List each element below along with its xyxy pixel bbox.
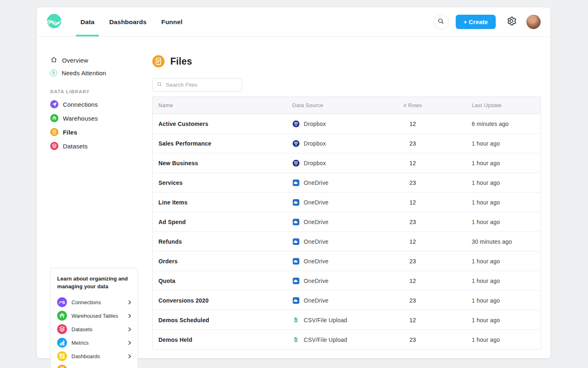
data-source-cell: Dropbox (292, 140, 385, 147)
last-update: 1 hour ago (440, 330, 541, 350)
data-source-cell: OneDrive (292, 238, 385, 245)
file-name: Conversions 2020 (153, 291, 292, 310)
onedrive-icon (292, 199, 300, 206)
table-row[interactable]: Ad SpendOneDrive231 hour ago (153, 212, 541, 232)
user-avatar[interactable] (526, 15, 541, 29)
global-search-button[interactable] (434, 14, 449, 29)
onedrive-icon (292, 277, 300, 285)
search-icon (437, 18, 445, 27)
learn-item-dashboards[interactable]: Dashboards (57, 350, 132, 363)
column-header-data-source: Data Source (292, 97, 385, 114)
page-title: Files (170, 56, 192, 67)
sidebar-item-files[interactable]: Files (50, 125, 152, 139)
last-update: 30 minutes ago (440, 232, 541, 251)
row-count: 12 (385, 153, 440, 173)
learn-item-label: Datasets (71, 326, 92, 332)
sidebar-item-needs-attention[interactable]: 0 Needs Attention (50, 67, 152, 79)
learn-card-title: Learn about organizing and managing your… (57, 275, 132, 291)
learn-item-datasets[interactable]: Datasets (57, 323, 132, 336)
tab-label: Funnel (161, 18, 183, 26)
sidebar-item-overview[interactable]: Overview (50, 54, 152, 67)
primary-nav-tabs: Data Dashboards Funnel (73, 7, 190, 36)
file-name: Refunds (153, 232, 292, 251)
sidebar-item-datasets[interactable]: Datasets (50, 139, 152, 153)
table-row[interactable]: ServicesOneDrive231 hour ago (153, 173, 541, 193)
data-source-label: Dropbox (304, 121, 326, 127)
data-source-label: OneDrive (304, 297, 329, 304)
table-header-row: Name Data Source # Rows Last Update (153, 97, 541, 114)
file-name: Active Customers (153, 114, 292, 134)
home-icon (50, 56, 58, 65)
data-source-label: OneDrive (304, 238, 329, 245)
csv-icon (292, 317, 300, 323)
table-row[interactable]: New BusinessDropbox121 hour ago (153, 153, 541, 173)
table-row[interactable]: RefundsOneDrive1230 minutes ago (153, 232, 541, 251)
table-body: Active CustomersDropbox126 minutes agoSa… (153, 114, 541, 350)
row-count: 23 (385, 291, 440, 310)
tab-funnel[interactable]: Funnel (157, 7, 187, 36)
learn-item-connections[interactable]: Connections (57, 296, 132, 309)
files-icon (50, 128, 58, 136)
needs-attention-zero-icon: 0 (50, 70, 57, 76)
brand-logo[interactable] (47, 7, 62, 36)
row-count: 23 (385, 134, 440, 153)
data-source-cell: Dropbox (292, 120, 385, 128)
chevron-right-icon (127, 300, 132, 305)
warehouses-icon (50, 114, 58, 122)
tab-label: Data (80, 18, 94, 26)
tab-label: Dashboards (109, 18, 147, 26)
file-name: Quota (153, 271, 292, 291)
row-count: 23 (385, 173, 440, 193)
sidebar-item-label: Needs Attention (62, 70, 106, 76)
files-page-icon (152, 55, 165, 67)
table-row[interactable]: Sales PerformanceDropbox231 hour ago (153, 134, 541, 153)
onedrive-icon (292, 238, 300, 245)
data-library-section-label: DATA LIBRARY (50, 89, 152, 94)
chevron-right-icon (127, 354, 132, 359)
data-source-cell: Dropbox (292, 159, 385, 167)
table-row[interactable]: OrdersOneDrive231 hour ago (153, 251, 541, 271)
table-row[interactable]: Demos ScheduledCSV/File Upload121 hour a… (153, 310, 541, 330)
file-name: Demos Scheduled (153, 310, 292, 330)
table-row[interactable]: Line ItemsOneDrive121 hour ago (153, 193, 541, 212)
table-row[interactable]: Conversions 2020OneDrive231 hour ago (153, 291, 541, 310)
files-table: Name Data Source # Rows Last Update Acti… (152, 96, 541, 350)
learn-item-label: Dashboards (71, 353, 100, 359)
learn-item-label: Warehoused Tables (71, 313, 118, 319)
sidebar-item-warehouses[interactable]: Warehouses (50, 111, 152, 125)
onedrive-icon (292, 179, 300, 186)
row-count: 12 (385, 271, 440, 291)
table-row[interactable]: QuotaOneDrive121 hour ago (153, 271, 541, 291)
sidebar-item-label: Datasets (63, 143, 88, 150)
row-count: 12 (385, 310, 440, 330)
learn-card: Learn about organizing and managing your… (50, 268, 138, 368)
learn-item-metrics[interactable]: Metrics (57, 336, 132, 350)
last-update: 1 hour ago (440, 212, 541, 232)
create-button[interactable]: + Create (456, 15, 496, 29)
tab-dashboards[interactable]: Dashboards (105, 7, 151, 36)
datasets-icon (50, 142, 58, 150)
main-panel: Files Name Data Source # Rows (152, 37, 541, 350)
settings-button[interactable] (506, 16, 517, 28)
row-count: 23 (385, 251, 440, 271)
last-update: 1 hour ago (440, 134, 541, 153)
sidebar-item-label: Overview (62, 57, 88, 64)
learn-item-files[interactable]: Files (57, 363, 132, 368)
learn-item-warehoused-tables[interactable]: Warehoused Tables (57, 309, 132, 323)
dropbox-icon (292, 120, 300, 128)
page-header: Files (152, 55, 541, 67)
files-search-input[interactable] (166, 82, 238, 88)
connections-icon (50, 100, 58, 108)
tab-data[interactable]: Data (76, 7, 99, 36)
dashboards-icon (57, 351, 67, 361)
sidebar-item-connections[interactable]: Connections (50, 97, 152, 111)
dropbox-icon (292, 159, 300, 167)
table-row[interactable]: Demos HeldCSV/File Upload231 hour ago (153, 330, 541, 350)
navbar-actions: + Create (434, 7, 541, 36)
table-row[interactable]: Active CustomersDropbox126 minutes ago (153, 114, 541, 134)
row-count: 12 (385, 114, 440, 134)
file-name: Demos Held (153, 330, 292, 350)
column-header-last-update: Last Update (440, 97, 541, 114)
file-name: Sales Performance (153, 134, 292, 153)
dropbox-icon (292, 140, 300, 147)
